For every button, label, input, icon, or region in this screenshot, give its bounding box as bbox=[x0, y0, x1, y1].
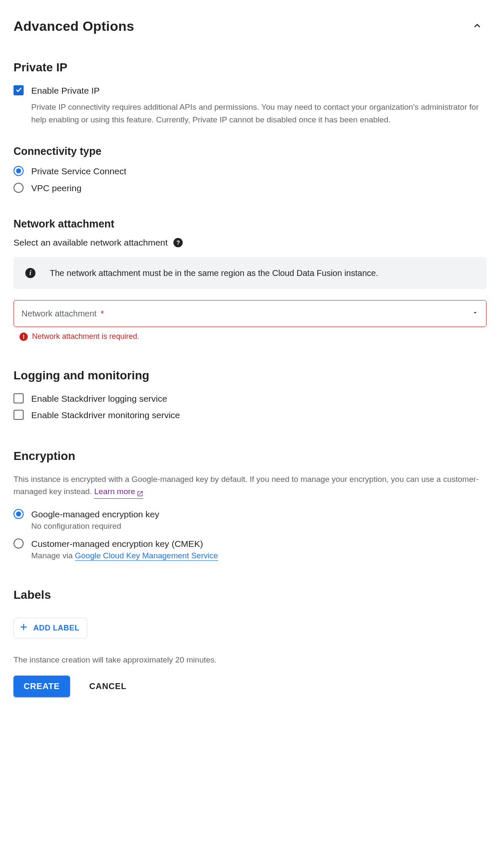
dropdown-arrow-icon bbox=[472, 309, 478, 318]
help-icon[interactable]: ? bbox=[173, 238, 183, 247]
creation-time-note: The instance creation will take approxim… bbox=[14, 655, 486, 665]
network-attachment-prompt: Select an available network attachment bbox=[14, 238, 168, 248]
cancel-button[interactable]: CANCEL bbox=[87, 676, 129, 697]
connectivity-type-heading: Connectivity type bbox=[14, 145, 486, 157]
enable-private-ip-label: Enable Private IP bbox=[31, 84, 100, 97]
add-label-button[interactable]: ADD LABEL bbox=[14, 618, 87, 638]
kms-link[interactable]: Google Cloud Key Management Service bbox=[75, 551, 218, 561]
private-ip-heading: Private IP bbox=[14, 61, 486, 74]
advanced-options-title: Advanced Options bbox=[14, 19, 134, 34]
encryption-google-managed-radio[interactable] bbox=[14, 509, 24, 519]
enable-stackdriver-logging-label: Enable Stackdriver logging service bbox=[31, 392, 167, 405]
collapse-advanced-options-button[interactable] bbox=[468, 17, 486, 35]
network-attachment-info-text: The network attachment must be in the sa… bbox=[50, 266, 378, 280]
network-attachment-heading: Network attachment bbox=[14, 218, 486, 230]
info-icon: i bbox=[25, 268, 35, 278]
network-attachment-error: ! Network attachment is required. bbox=[19, 332, 486, 341]
encryption-description: This instance is encrypted with a Google… bbox=[14, 473, 486, 499]
encryption-cmek-radio[interactable] bbox=[14, 538, 24, 549]
enable-stackdriver-logging-checkbox[interactable] bbox=[14, 393, 24, 403]
advanced-options-header[interactable]: Advanced Options bbox=[14, 17, 486, 35]
encryption-google-managed-sub: No configuration required bbox=[31, 522, 159, 531]
encryption-heading: Encryption bbox=[14, 449, 486, 463]
connectivity-vpc-peering-radio[interactable] bbox=[14, 183, 24, 193]
encryption-google-managed-label: Google-managed encryption key bbox=[31, 508, 159, 520]
private-ip-description: Private IP connectivity requires additio… bbox=[31, 101, 486, 126]
connectivity-private-service-connect-label: Private Service Connect bbox=[31, 165, 126, 177]
chevron-up-icon bbox=[471, 20, 483, 33]
network-attachment-info-banner: i The network attachment must be in the … bbox=[14, 257, 486, 289]
check-icon bbox=[15, 86, 22, 95]
external-link-icon bbox=[137, 488, 143, 495]
required-mark: * bbox=[100, 309, 104, 318]
logging-heading: Logging and monitoring bbox=[14, 369, 486, 382]
error-icon: ! bbox=[19, 333, 28, 341]
connectivity-vpc-peering-label: VPC peering bbox=[31, 182, 81, 194]
network-attachment-error-text: Network attachment is required. bbox=[32, 332, 139, 341]
network-attachment-select-label: Network attachment bbox=[22, 309, 97, 318]
encryption-cmek-sub: Manage via Google Cloud Key Management S… bbox=[31, 551, 218, 560]
encryption-learn-more-link[interactable]: Learn more bbox=[94, 485, 143, 498]
connectivity-private-service-connect-radio[interactable] bbox=[14, 166, 24, 176]
create-button[interactable]: CREATE bbox=[14, 676, 70, 697]
encryption-cmek-label: Customer-managed encryption key (CMEK) bbox=[31, 538, 218, 550]
enable-private-ip-checkbox[interactable] bbox=[14, 85, 24, 95]
enable-stackdriver-monitoring-checkbox[interactable] bbox=[14, 410, 24, 420]
labels-heading: Labels bbox=[14, 588, 486, 602]
network-attachment-select[interactable]: Network attachment * bbox=[14, 300, 486, 327]
enable-stackdriver-monitoring-label: Enable Stackdriver monitoring service bbox=[31, 409, 180, 421]
plus-icon bbox=[19, 622, 28, 634]
